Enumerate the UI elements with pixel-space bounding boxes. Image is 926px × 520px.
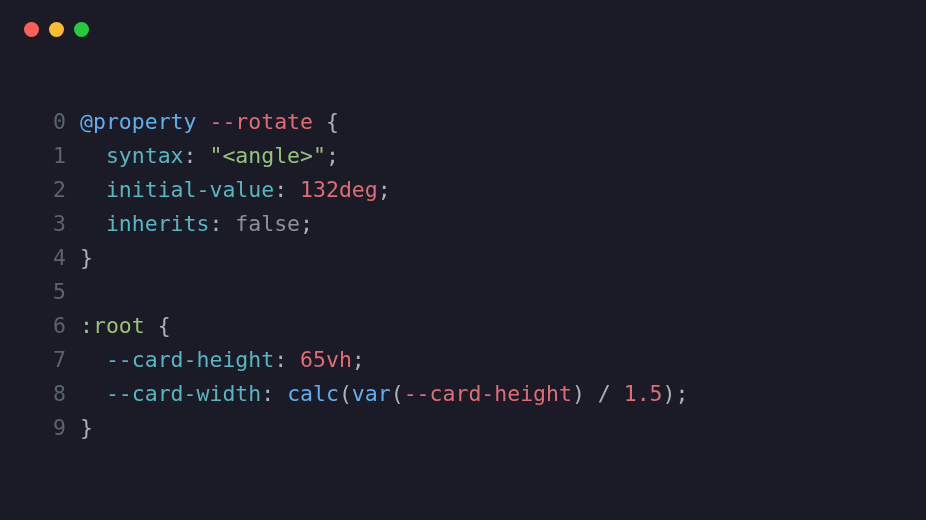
code-line[interactable]: 3 inherits: false; [38, 207, 906, 241]
code-token: : [274, 177, 300, 202]
code-content[interactable]: syntax: "<angle>"; [80, 139, 339, 173]
code-token [197, 109, 210, 134]
code-token: } [80, 415, 93, 440]
code-token: inherits [106, 211, 210, 236]
code-token [80, 347, 106, 372]
code-token: --card-height [106, 347, 274, 372]
code-token: var [352, 381, 391, 406]
code-token: syntax [106, 143, 184, 168]
line-number: 8 [38, 377, 66, 411]
line-number: 0 [38, 105, 66, 139]
code-token: } [80, 245, 93, 270]
line-number: 9 [38, 411, 66, 445]
code-token [80, 177, 106, 202]
code-token: ( [339, 381, 352, 406]
code-line[interactable]: 5 [38, 275, 906, 309]
code-token: : [209, 211, 235, 236]
code-line[interactable]: 6:root { [38, 309, 906, 343]
code-line[interactable]: 7 --card-height: 65vh; [38, 343, 906, 377]
code-token: { [145, 313, 171, 338]
code-editor[interactable]: 0@property --rotate {1 syntax: "<angle>"… [0, 37, 926, 465]
code-line[interactable]: 1 syntax: "<angle>"; [38, 139, 906, 173]
code-token: { [313, 109, 339, 134]
code-content[interactable]: --card-height: 65vh; [80, 343, 365, 377]
line-number: 5 [38, 275, 66, 309]
minimize-icon[interactable] [49, 22, 64, 37]
code-token: "<angle>" [209, 143, 326, 168]
close-icon[interactable] [24, 22, 39, 37]
maximize-icon[interactable] [74, 22, 89, 37]
line-number: 2 [38, 173, 66, 207]
code-token: :root [80, 313, 145, 338]
code-token: : [261, 381, 287, 406]
code-line[interactable]: 4} [38, 241, 906, 275]
code-content[interactable]: } [80, 241, 93, 275]
line-number: 1 [38, 139, 66, 173]
code-token: --card-width [106, 381, 261, 406]
code-token: ; [352, 347, 365, 372]
code-line[interactable]: 8 --card-width: calc(var(--card-height) … [38, 377, 906, 411]
line-number: 4 [38, 241, 66, 275]
code-content[interactable]: } [80, 411, 93, 445]
code-content[interactable]: --card-width: calc(var(--card-height) / … [80, 377, 688, 411]
code-content[interactable]: @property --rotate { [80, 105, 339, 139]
line-number: 7 [38, 343, 66, 377]
title-bar [0, 0, 926, 37]
code-token: ); [663, 381, 689, 406]
code-token: 65vh [300, 347, 352, 372]
code-token: : [184, 143, 210, 168]
code-token: 1.5 [624, 381, 663, 406]
line-number: 6 [38, 309, 66, 343]
code-content[interactable]: :root { [80, 309, 171, 343]
code-token: ) / [572, 381, 624, 406]
code-token: --rotate [209, 109, 313, 134]
code-content[interactable]: initial-value: 132deg; [80, 173, 391, 207]
code-token: calc [287, 381, 339, 406]
code-token: 132deg [300, 177, 378, 202]
code-line[interactable]: 0@property --rotate { [38, 105, 906, 139]
code-token: ; [300, 211, 313, 236]
code-token: --card-height [404, 381, 572, 406]
line-number: 3 [38, 207, 66, 241]
code-token [80, 381, 106, 406]
code-content[interactable]: inherits: false; [80, 207, 313, 241]
code-token: initial-value [106, 177, 274, 202]
code-token [80, 211, 106, 236]
code-token: ; [378, 177, 391, 202]
code-line[interactable]: 2 initial-value: 132deg; [38, 173, 906, 207]
code-token: @property [80, 109, 197, 134]
code-token: : [274, 347, 300, 372]
code-line[interactable]: 9} [38, 411, 906, 445]
code-token [80, 143, 106, 168]
code-token: ; [326, 143, 339, 168]
code-token: false [235, 211, 300, 236]
code-token: ( [391, 381, 404, 406]
